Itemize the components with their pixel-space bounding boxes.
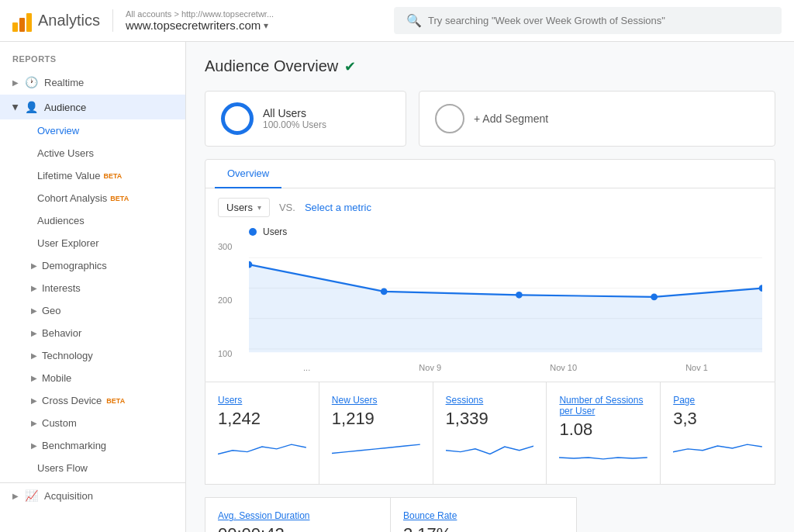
sidebar-item-cohort-analysis[interactable]: Cohort Analysis BETA	[0, 187, 185, 209]
chevron-right-icon: ▶	[12, 78, 19, 87]
add-segment-card[interactable]: + Add Segment	[419, 91, 775, 147]
page-title-row: Audience Overview ✔	[205, 57, 775, 75]
x-label-nov11: Nov 1	[685, 363, 708, 372]
search-bar[interactable]: 🔍	[394, 7, 782, 34]
duration-stats: Avg. Session Duration 00:00:42 Bounce Ra…	[205, 497, 577, 532]
segments-row: All Users 100.00% Users + Add Segment	[205, 91, 775, 147]
stat-sessions-value: 1,339	[446, 409, 534, 429]
metric-selector[interactable]: Users ▾	[218, 198, 270, 217]
lifetime-value-beta-badge: BETA	[103, 172, 122, 180]
sidebar-item-mobile[interactable]: ▶ Mobile	[0, 367, 185, 389]
stat-users: Users 1,242	[205, 382, 319, 484]
stat-pageviews: Page 3,3	[661, 382, 775, 484]
stat-new-users-value: 1,219	[332, 409, 420, 429]
svg-point-8	[651, 294, 658, 301]
stat-bounce-rate: Bounce Rate 2.17%	[391, 498, 576, 532]
sidebar-item-user-explorer[interactable]: User Explorer	[0, 232, 185, 254]
audiences-label: Audiences	[37, 215, 85, 226]
sidebar-item-demographics[interactable]: ▶ Demographics	[0, 254, 185, 277]
search-input[interactable]	[428, 15, 769, 26]
geo-label: Geo	[42, 305, 61, 316]
metric-controls: Users ▾ VS. Select a metric	[218, 198, 762, 217]
stat-sessions-label: Sessions	[446, 395, 534, 406]
segment-circle-icon	[221, 102, 254, 135]
svg-point-7	[516, 292, 523, 299]
sidebar-item-lifetime-value[interactable]: Lifetime Value BETA	[0, 164, 185, 187]
site-selector[interactable]: All accounts > http://www.topsecretwr...…	[112, 9, 274, 32]
add-segment-circle-icon	[435, 104, 464, 133]
search-icon: 🔍	[406, 13, 422, 28]
stat-new-users-mini-chart	[332, 435, 420, 458]
metric-label: Users	[226, 202, 253, 213]
sidebar-item-overview[interactable]: Overview	[0, 119, 185, 142]
tab-overview[interactable]: Overview	[215, 160, 281, 188]
add-segment-label: + Add Segment	[474, 112, 548, 125]
stat-new-users-label: New Users	[332, 395, 420, 406]
chart-legend-label: Users	[263, 226, 287, 237]
sidebar-item-active-users[interactable]: Active Users	[0, 142, 185, 164]
cross-device-beta-badge: BETA	[106, 397, 125, 405]
sidebar-item-custom[interactable]: ▶ Custom	[0, 412, 185, 434]
x-label-nov10: Nov 10	[550, 363, 577, 372]
sidebar-item-acquisition[interactable]: ▶ 📈 Acquisition	[0, 482, 185, 508]
behavior-chevron-icon: ▶	[31, 329, 37, 337]
sidebar-item-realtime[interactable]: ▶ 🕐 Realtime	[0, 70, 185, 95]
svg-point-6	[381, 288, 388, 295]
vs-label: VS.	[279, 202, 295, 213]
acquisition-chevron-icon: ▶	[12, 492, 19, 500]
reports-section-label: REPORTS	[0, 42, 185, 70]
stats-grid: Users 1,242 New Users 1,219 Sessions 1,3…	[205, 382, 775, 485]
all-users-segment[interactable]: All Users 100.00% Users	[205, 91, 406, 147]
sidebar-item-users-flow[interactable]: Users Flow	[0, 457, 185, 479]
tabs-container: Overview Users ▾ VS. Select a metric	[205, 159, 775, 382]
logo-icon	[12, 10, 32, 32]
chart-svg	[249, 244, 762, 360]
stat-sessions-mini-chart	[446, 435, 534, 458]
mobile-label: Mobile	[42, 372, 71, 384]
sidebar-item-cross-device[interactable]: ▶ Cross Device BETA	[0, 389, 185, 412]
breadcrumb: All accounts > http://www.topsecretwr...	[126, 9, 274, 19]
user-explorer-label: User Explorer	[37, 237, 98, 249]
benchmarking-chevron-icon: ▶	[31, 441, 37, 450]
stat-avg-session-value: 00:00:42	[218, 524, 378, 532]
cross-device-label: Cross Device	[42, 395, 102, 406]
clock-icon: 🕐	[25, 76, 38, 88]
x-label-dots: ...	[303, 363, 310, 372]
verified-icon: ✔	[344, 58, 356, 75]
stat-avg-session-label: Avg. Session Duration	[218, 510, 378, 521]
chevron-down-icon: ▶	[12, 104, 20, 110]
custom-chevron-icon: ▶	[31, 419, 37, 427]
cohort-analysis-label: Cohort Analysis	[37, 192, 107, 204]
dropdown-arrow-icon: ▾	[264, 20, 268, 31]
sidebar-item-technology[interactable]: ▶ Technology	[0, 344, 185, 367]
segment-name: All Users	[263, 107, 326, 119]
sidebar-item-geo[interactable]: ▶ Geo	[0, 299, 185, 322]
sidebar-item-benchmarking[interactable]: ▶ Benchmarking	[0, 434, 185, 457]
main-content: Audience Overview ✔ All Users 100.00% Us…	[186, 42, 794, 532]
technology-chevron-icon: ▶	[31, 351, 37, 360]
stat-users-mini-chart	[218, 435, 306, 458]
sidebar-item-audiences[interactable]: Audiences	[0, 209, 185, 232]
logo-area: Analytics	[12, 10, 100, 32]
sidebar-item-behavior[interactable]: ▶ Behavior	[0, 322, 185, 344]
interests-chevron-icon: ▶	[31, 284, 37, 292]
y-label-100: 100	[218, 349, 232, 358]
behavior-label: Behavior	[42, 327, 81, 339]
acquisition-label: Acquisition	[44, 490, 93, 502]
select-metric-link[interactable]: Select a metric	[305, 202, 371, 213]
chart-legend: Users	[249, 226, 762, 237]
benchmarking-label: Benchmarking	[42, 440, 106, 451]
segment-pct: 100.00% Users	[263, 119, 326, 130]
stat-avg-session: Avg. Session Duration 00:00:42	[205, 498, 391, 532]
active-users-label: Active Users	[37, 147, 94, 159]
technology-label: Technology	[42, 350, 93, 361]
stat-new-users: New Users 1,219	[319, 382, 433, 484]
audience-label: Audience	[44, 102, 86, 113]
sidebar-item-audience[interactable]: ▶ 👤 Audience	[0, 95, 185, 119]
legend-dot-icon	[249, 228, 257, 236]
chart-area: Users 300 200 100	[218, 226, 762, 372]
stat-users-value: 1,242	[218, 409, 306, 429]
sidebar-item-interests[interactable]: ▶ Interests	[0, 277, 185, 299]
custom-label: Custom	[42, 417, 77, 429]
stat-pageviews-label: Page	[673, 395, 762, 406]
